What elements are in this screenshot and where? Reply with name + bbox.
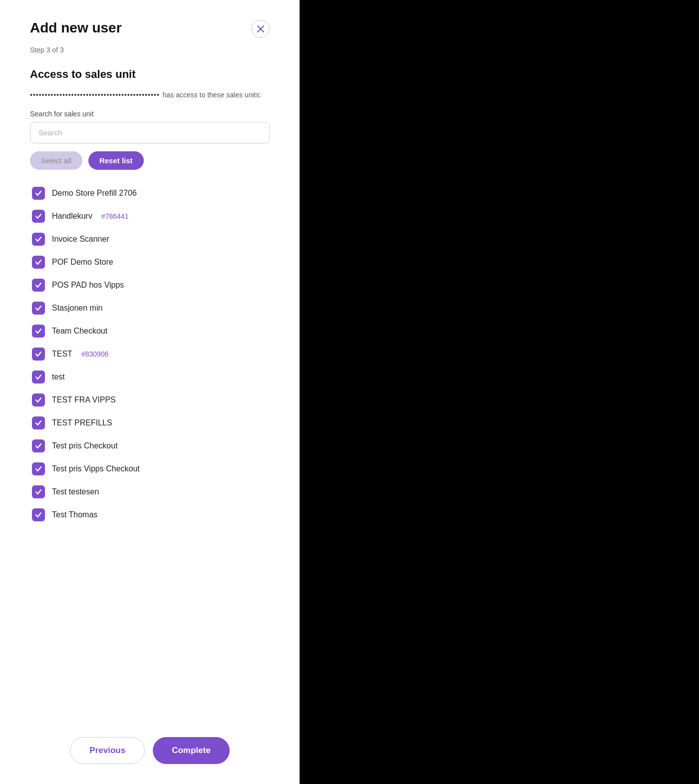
check-icon <box>35 488 42 495</box>
dialog-title: Add new user <box>30 20 122 36</box>
checkbox-checked[interactable] <box>32 439 45 452</box>
item-label: Test testesen <box>52 487 99 496</box>
item-label: POS PAD hos Vipps <box>52 281 124 290</box>
list-item[interactable]: Test pris Checkout <box>30 434 270 457</box>
check-icon <box>35 396 42 403</box>
check-icon <box>35 465 42 472</box>
check-icon <box>35 282 42 289</box>
check-icon <box>35 259 42 266</box>
checkbox-checked[interactable] <box>32 348 45 361</box>
checkbox-checked[interactable] <box>32 256 45 269</box>
checkbox-checked[interactable] <box>32 485 45 498</box>
access-dots: ••••••••••••••••••••••••••••••••••••••••… <box>30 91 160 99</box>
checkbox-checked[interactable] <box>32 302 45 315</box>
checkbox-checked[interactable] <box>32 210 45 223</box>
check-icon <box>35 328 42 335</box>
access-info-text: has access to these sales units: <box>163 91 262 99</box>
item-label: Stasjonen min <box>52 304 102 313</box>
check-icon <box>35 374 42 381</box>
item-label: Team Checkout <box>52 327 107 336</box>
list-item[interactable]: TEST PREFILLS <box>30 411 270 434</box>
reset-list-button[interactable]: Reset list <box>88 151 144 170</box>
button-row: Select all Reset list <box>30 151 270 170</box>
checkbox-checked[interactable] <box>32 393 45 406</box>
check-icon <box>35 442 42 449</box>
list-item[interactable]: POS PAD hos Vipps <box>30 274 270 297</box>
step-label: Step 3 of 3 <box>30 46 270 54</box>
close-button[interactable] <box>252 20 270 38</box>
check-icon <box>35 419 42 426</box>
previous-button[interactable]: Previous <box>70 737 145 764</box>
dialog-panel: Add new user Step 3 of 3 Access to sales… <box>0 0 300 784</box>
checkbox-checked[interactable] <box>32 462 45 475</box>
checkbox-checked[interactable] <box>32 233 45 246</box>
item-label: TEST PREFILLS <box>52 418 112 427</box>
item-label: TEST <box>52 350 72 359</box>
item-label: POF Demo Store <box>52 258 113 267</box>
check-icon <box>35 305 42 312</box>
check-icon <box>35 351 42 358</box>
list-item[interactable]: TEST#830906 <box>30 343 270 366</box>
dialog-footer: Previous Complete <box>30 721 270 764</box>
item-label: TEST FRA VIPPS <box>52 395 116 404</box>
access-info: ••••••••••••••••••••••••••••••••••••••••… <box>30 91 270 99</box>
check-icon <box>35 236 42 243</box>
list-item[interactable]: Handlekurv#786441 <box>30 205 270 228</box>
item-label: Demo Store Prefill 2706 <box>52 189 137 198</box>
background-panel <box>300 0 699 784</box>
sales-unit-list: Demo Store Prefill 2706Handlekurv#786441… <box>30 182 270 521</box>
item-tag: #830906 <box>81 350 109 358</box>
checkbox-checked[interactable] <box>32 371 45 384</box>
checkbox-checked[interactable] <box>32 279 45 292</box>
list-item[interactable]: Test testesen <box>30 480 270 503</box>
list-item[interactable]: test <box>30 366 270 389</box>
list-item[interactable]: Test Thomas <box>30 503 270 521</box>
list-item[interactable]: Test pris Vipps Checkout <box>30 457 270 480</box>
item-label: Test pris Vipps Checkout <box>52 464 140 473</box>
check-icon <box>35 511 42 518</box>
checkbox-checked[interactable] <box>32 416 45 429</box>
list-item[interactable]: Stasjonen min <box>30 297 270 320</box>
item-label: Handlekurv <box>52 212 92 221</box>
item-label: Test pris Checkout <box>52 441 118 450</box>
list-item[interactable]: Demo Store Prefill 2706 <box>30 182 270 205</box>
complete-button[interactable]: Complete <box>153 737 229 764</box>
section-title: Access to sales unit <box>30 68 270 81</box>
list-item[interactable]: POF Demo Store <box>30 251 270 274</box>
item-label: test <box>52 373 65 382</box>
close-icon <box>257 25 264 32</box>
check-icon <box>35 190 42 197</box>
checkbox-checked[interactable] <box>32 508 45 521</box>
item-tag: #786441 <box>101 212 129 220</box>
list-item[interactable]: TEST FRA VIPPS <box>30 389 270 411</box>
item-label: Invoice Scanner <box>52 235 109 244</box>
item-label: Test Thomas <box>52 510 97 519</box>
dialog-header: Add new user <box>30 20 270 38</box>
checkbox-checked[interactable] <box>32 187 45 200</box>
check-icon <box>35 213 42 220</box>
checkbox-checked[interactable] <box>32 325 45 338</box>
select-all-button[interactable]: Select all <box>30 151 82 170</box>
search-label: Search for sales unit <box>30 110 270 118</box>
list-item[interactable]: Team Checkout <box>30 320 270 343</box>
list-item[interactable]: Invoice Scanner <box>30 228 270 251</box>
search-input[interactable] <box>30 122 270 143</box>
